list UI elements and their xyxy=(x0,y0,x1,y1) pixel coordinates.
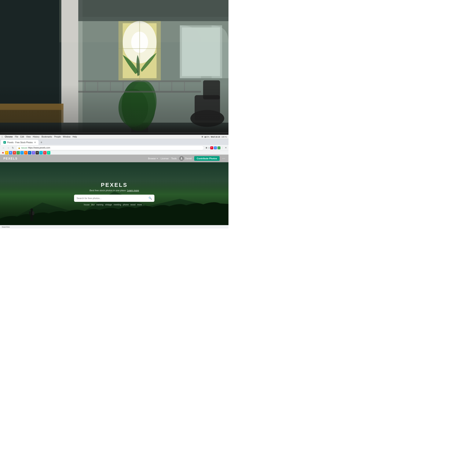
bm-icon1[interactable]: C xyxy=(5,151,8,154)
pexels-hero: PEXELS Best free stock photos in one pla… xyxy=(0,162,228,225)
status-bar: Searches xyxy=(0,225,228,228)
forward-button[interactable]: → xyxy=(6,146,10,150)
menu-window[interactable]: Window xyxy=(63,136,70,138)
suggestion-blur[interactable]: blur xyxy=(91,204,95,206)
suggestion-wood[interactable]: wood xyxy=(130,204,136,206)
ext-misc2[interactable]: ✓ xyxy=(218,146,221,149)
reload-button[interactable]: ↻ xyxy=(11,146,15,150)
bm-icon10[interactable]: P xyxy=(39,151,43,154)
menubar-right: ⌘ ▮42% Wed 16:15 100 % xyxy=(201,136,227,138)
svg-rect-40 xyxy=(32,216,33,221)
address-bar: ← → ↻ 🔒 Secure https://www.pexels.com ★ … xyxy=(0,145,228,151)
extension-icons: ★ ⧈ P G ✓ ⋮ ✕ xyxy=(205,146,227,149)
browser-window:  Chrome File Edit View History Bookmark… xyxy=(0,135,228,228)
suggestion-training[interactable]: training xyxy=(97,204,103,206)
status-text: Searches xyxy=(2,226,10,228)
menu-chrome[interactable]: Chrome xyxy=(5,136,13,138)
bookmark-toolbar: C G Y ✓ t R in T M P A S xyxy=(0,151,228,155)
learn-more-link[interactable]: Learn more xyxy=(127,189,139,192)
tab-label: Pexels · Free Stock Photos xyxy=(7,141,33,144)
svg-rect-39 xyxy=(31,216,32,221)
search-magnifier-icon: 🔍 xyxy=(149,197,152,200)
bm-icon5[interactable]: t xyxy=(20,151,24,154)
close-icon[interactable]: ✕ xyxy=(225,146,227,149)
secure-lock-icon: 🔒 xyxy=(18,147,20,149)
new-tab-button[interactable]: + xyxy=(39,140,44,145)
suggestion-phone[interactable]: phone xyxy=(123,204,129,206)
svg-point-35 xyxy=(181,158,182,159)
hero-title: PEXELS xyxy=(74,182,154,188)
extension-icon-1[interactable]: ⧈ xyxy=(208,147,210,149)
menu-people[interactable]: People xyxy=(54,136,61,138)
bm-icon3[interactable]: Y xyxy=(13,151,16,154)
bm-icon8[interactable]: T xyxy=(32,151,35,154)
suggestion-vintage[interactable]: vintage xyxy=(105,204,112,206)
suggestion-more[interactable]: more → xyxy=(137,204,145,206)
zoom-level: 100 % xyxy=(221,136,227,138)
more-options-icon[interactable]: ⋯ xyxy=(222,157,225,160)
bm-icon11[interactable]: A xyxy=(43,151,47,154)
pexels-content: PEXELS Browse ▼ License Tools Daniel Con… xyxy=(0,155,228,225)
menubar-left:  Chrome File Edit View History Bookmark… xyxy=(2,136,77,138)
user-section: Daniel xyxy=(179,156,192,161)
search-suggestions: house blur training vintage meeting phon… xyxy=(74,204,154,206)
battery-icon: ▮42% xyxy=(204,136,209,138)
extensions-more-icon[interactable]: ⋮ xyxy=(221,146,223,149)
bm-icon12[interactable]: S xyxy=(47,151,50,154)
menu-history[interactable]: History xyxy=(33,136,39,138)
menu-bookmarks[interactable]: Bookmarks xyxy=(41,136,52,138)
bookmark-icons: C G Y ✓ t R in T M P A S xyxy=(1,151,50,154)
contribute-photos-button[interactable]: Contribute Photos xyxy=(194,156,220,161)
wifi-icon: ⌘ xyxy=(201,136,203,138)
pexels-navbar: PEXELS Browse ▼ License Tools Daniel Con… xyxy=(0,155,228,162)
menu-edit[interactable]: Edit xyxy=(20,136,24,138)
svg-rect-24 xyxy=(78,80,201,82)
user-name: Daniel xyxy=(185,157,192,160)
bm-icon9[interactable]: M xyxy=(35,151,39,154)
tab-close-icon[interactable]: ✕ xyxy=(34,141,36,144)
menu-file[interactable]: File xyxy=(15,136,18,138)
hero-subtitle: Best free stock photos in one place. Lea… xyxy=(74,189,154,192)
bm-icon6[interactable]: R xyxy=(24,151,28,154)
svg-rect-6 xyxy=(78,0,228,21)
pexels-logo[interactable]: PEXELS xyxy=(3,157,17,160)
pexels-browse-link[interactable]: Browse ▼ xyxy=(148,157,158,160)
pexels-license-link[interactable]: License xyxy=(161,157,169,160)
back-button[interactable]: ← xyxy=(2,146,5,150)
user-avatar[interactable] xyxy=(179,156,184,161)
hero-content: PEXELS Best free stock photos in one pla… xyxy=(74,182,154,206)
browse-chevron-icon: ▼ xyxy=(156,158,158,159)
tab-favicon: P xyxy=(3,141,6,144)
bookmark-star-icon[interactable]: ★ xyxy=(205,146,208,149)
pexels-nav-right: Browse ▼ License Tools Daniel Contribute… xyxy=(148,156,225,161)
bm-icon2[interactable]: G xyxy=(9,151,12,154)
ext-pinterest[interactable]: P xyxy=(210,146,213,149)
suggestion-meeting[interactable]: meeting xyxy=(114,204,121,206)
svg-rect-41 xyxy=(29,211,30,215)
os-menubar:  Chrome File Edit View History Bookmark… xyxy=(0,135,228,139)
clock: Wed 16:15 xyxy=(211,136,220,138)
search-input[interactable] xyxy=(77,197,147,200)
suggestion-house[interactable]: house xyxy=(84,204,89,206)
pexels-tools-link[interactable]: Tools xyxy=(171,157,177,160)
office-background-svg xyxy=(0,0,228,142)
apple-icon:  xyxy=(2,136,2,138)
tab-bar: P Pexels · Free Stock Photos ✕ + xyxy=(0,139,228,145)
bm-icon7[interactable]: in xyxy=(28,151,31,154)
menu-help[interactable]: Help xyxy=(73,136,77,138)
nav-buttons: ← → ↻ xyxy=(2,146,15,150)
secure-label: Secure xyxy=(21,147,27,149)
search-bar[interactable]: 🔍 xyxy=(74,195,154,202)
url-address: https://www.pexels.com xyxy=(28,147,50,149)
bm-icon4[interactable]: ✓ xyxy=(17,151,20,154)
hero-person-silhouette xyxy=(28,207,36,224)
svg-rect-38 xyxy=(32,211,34,215)
svg-point-36 xyxy=(31,208,33,211)
ext-misc1[interactable]: G xyxy=(214,146,217,149)
menu-view[interactable]: View xyxy=(26,136,31,138)
url-bar[interactable]: 🔒 Secure https://www.pexels.com xyxy=(16,146,204,150)
bm-gmail[interactable] xyxy=(1,151,5,154)
active-tab[interactable]: P Pexels · Free Stock Photos ✕ xyxy=(1,140,38,145)
